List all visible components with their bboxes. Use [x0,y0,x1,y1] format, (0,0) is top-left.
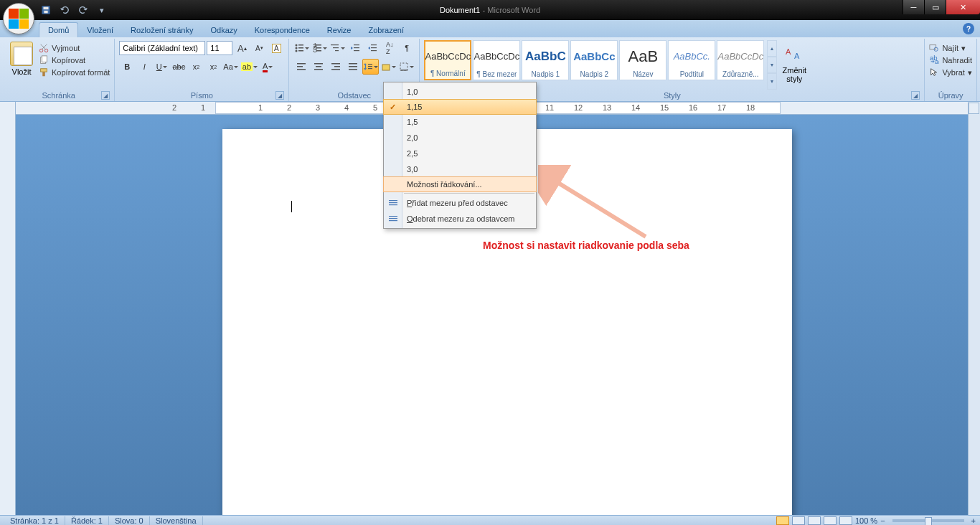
line-spacing-option[interactable]: 1,5 [384,114,536,130]
line-spacing-option[interactable]: 2,5 [384,146,536,161]
redo-icon[interactable] [76,3,90,17]
line-spacing-option[interactable]: ✓1,15 [383,99,537,115]
svg-rect-6 [42,56,47,62]
vertical-scrollbar[interactable] [968,102,980,515]
svg-line-61 [552,179,646,237]
zoom-level[interactable]: 100 % [855,516,877,525]
font-color-button[interactable]: A [260,59,275,75]
replace-button[interactable]: abacNahradit [929,55,972,65]
svg-rect-39 [349,63,357,65]
status-words[interactable]: Slova: 0 [109,516,150,525]
font-name-combo[interactable]: Calibri (Základní text) [119,41,205,55]
highlight-button[interactable]: ab [240,59,258,75]
tab-review[interactable]: Revize [319,23,360,37]
svg-point-4 [44,49,47,52]
italic-button[interactable]: I [136,59,152,75]
change-case-button[interactable]: Aa [222,59,238,75]
decrease-indent-button[interactable] [347,40,363,56]
paste-button[interactable]: Vložit [7,40,36,90]
change-styles-button[interactable]: AA Změnit styly [780,40,809,90]
superscript-button[interactable]: x2 [205,59,221,75]
underline-button[interactable]: U [154,59,169,75]
align-left-button[interactable] [293,59,309,75]
tab-insert[interactable]: Vložení [78,23,122,37]
justify-button[interactable] [345,59,361,75]
increase-indent-button[interactable] [364,40,380,56]
office-button[interactable] [3,3,34,34]
tab-page-layout[interactable]: Rozložení stránky [122,23,202,37]
cut-button[interactable]: Vyjmout [39,43,110,53]
shading-button[interactable] [380,59,397,75]
maximize-button[interactable]: ▭ [924,0,946,14]
multilevel-list-button[interactable] [329,40,346,56]
status-line[interactable]: Řádek: 1 [65,516,109,525]
svg-text:A: A [794,52,800,60]
tab-home[interactable]: Domů [39,22,78,37]
styles-scrollbar[interactable]: ▴▾▾ [767,40,777,90]
bold-button[interactable]: B [119,59,135,75]
zoom-slider[interactable] [892,519,964,522]
show-marks-button[interactable]: ¶ [399,40,415,56]
status-page[interactable]: Stránka: 1 z 1 [4,516,65,525]
svg-rect-37 [334,66,340,67]
font-launcher[interactable]: ◢ [275,91,284,100]
line-spacing-options-item[interactable]: Možnosti řádkování... [383,176,537,192]
style-item-5[interactable]: AaBbCc.Podtitul [668,40,715,80]
remove-space-after-item[interactable]: Odebrat mezeru za odstavcem [384,211,536,227]
style-item-6[interactable]: AaBbCcDcZdůrazně... [717,40,764,80]
numbering-button[interactable]: 123 [311,40,328,56]
svg-rect-38 [331,69,340,70]
style-item-1[interactable]: AaBbCcDc¶ Bez mezer [473,40,520,80]
align-right-button[interactable] [328,59,344,75]
grow-font-button[interactable]: A▴ [234,40,250,56]
bullets-button[interactable] [293,40,310,56]
tab-references[interactable]: Odkazy [202,23,245,37]
svg-rect-26 [354,50,359,51]
vertical-ruler[interactable] [0,102,16,515]
clear-formatting-button[interactable]: A [268,40,284,56]
save-icon[interactable] [39,3,53,17]
clipboard-launcher[interactable]: ◢ [101,91,110,100]
style-item-4[interactable]: AaBNázev [619,40,666,80]
style-item-0[interactable]: AaBbCcDc¶ Normální [424,40,471,80]
add-space-before-item[interactable]: Přidat mezeru před odstavec [384,195,536,211]
status-language[interactable]: Slovenština [150,516,203,525]
qat-dropdown-icon[interactable]: ▾ [95,3,109,17]
undo-icon[interactable] [57,3,72,17]
zoom-in-button[interactable]: + [971,516,976,525]
view-full-screen-button[interactable] [792,516,805,525]
tab-view[interactable]: Zobrazení [359,23,413,37]
format-painter-button[interactable]: Kopírovat formát [39,67,110,77]
view-print-layout-button[interactable] [776,516,789,525]
help-button[interactable]: ? [963,23,974,34]
annotation-arrow-icon [538,165,660,244]
align-center-button[interactable] [311,59,326,75]
style-item-3[interactable]: AaBbCcNadpis 2 [570,40,618,80]
line-spacing-option[interactable]: 1,0 [384,84,536,100]
strikethrough-button[interactable]: abc [171,59,187,75]
status-bar: Stránka: 1 z 1 Řádek: 1 Slova: 0 Slovenš… [0,515,980,525]
view-web-layout-button[interactable] [808,516,821,525]
style-item-2[interactable]: AaBbCNadpis 1 [522,40,569,80]
close-button[interactable]: ✕ [946,0,980,14]
tab-mailings[interactable]: Korespondence [246,23,319,37]
copy-button[interactable]: Kopírovat [39,55,110,65]
svg-point-3 [39,49,42,52]
svg-rect-8 [42,72,45,76]
subscript-button[interactable]: x2 [188,59,204,75]
find-button[interactable]: Najít ▾ [929,43,972,53]
view-outline-button[interactable] [824,516,837,525]
shrink-font-button[interactable]: A▾ [251,40,267,56]
minimize-button[interactable]: ─ [903,0,924,14]
borders-button[interactable] [398,59,415,75]
view-draft-button[interactable] [839,516,852,525]
line-spacing-button[interactable] [362,59,379,75]
zoom-out-button[interactable]: − [880,516,885,525]
font-size-combo[interactable]: 11 [207,41,232,55]
select-button[interactable]: Vybrat ▾ [929,67,972,77]
line-spacing-option[interactable]: 3,0 [384,161,536,177]
ruler-toggle-button[interactable] [969,103,979,114]
line-spacing-option[interactable]: 2,0 [384,130,536,146]
sort-button[interactable]: A↓Z [382,40,397,56]
styles-launcher[interactable]: ◢ [911,91,920,100]
